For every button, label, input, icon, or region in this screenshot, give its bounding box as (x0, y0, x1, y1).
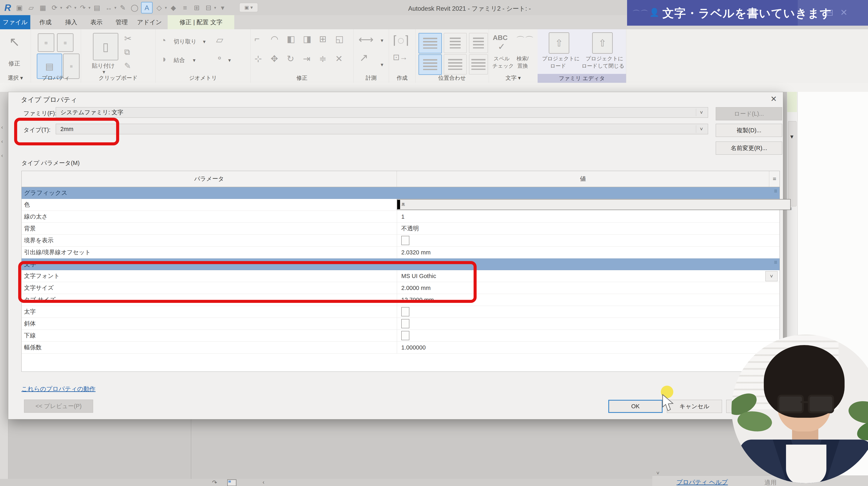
font-dropdown-button[interactable]: ˅ (766, 271, 777, 281)
group-label-text[interactable]: 文字 ▾ (489, 74, 537, 82)
preview-button[interactable]: << プレビュー(P) (24, 399, 93, 413)
group-label-align[interactable]: 位置合わせ (415, 74, 489, 82)
sync-icon[interactable]: ⟳ (49, 2, 60, 13)
table-row[interactable]: 引出線/境界線オフセット2.0320 mm (22, 247, 779, 258)
group-label-clipboard[interactable]: クリップボード (81, 74, 155, 82)
group-label-family-editor[interactable]: ファミリ エディタ (537, 74, 626, 83)
table-row[interactable]: 境界を表示 (22, 235, 779, 247)
apply-button[interactable]: 適用 (765, 479, 776, 486)
value-column-header[interactable]: 値 (397, 171, 769, 187)
demolish-icon[interactable]: ⚬ (216, 54, 223, 63)
modify-tool-icon-9[interactable]: ↻ (287, 54, 294, 64)
table-row[interactable]: 色黒 (22, 199, 779, 211)
cut-geometry-arrow[interactable]: ▾ (203, 39, 206, 45)
section-icon[interactable]: ◆ (168, 2, 179, 13)
group-label-select[interactable]: 選択 ▾ (0, 74, 31, 82)
geometry-extra-arrow[interactable]: ▾ (228, 57, 231, 63)
tile-windows-icon-dropdown[interactable]: ▾ (214, 5, 216, 10)
section-menu-icon[interactable]: ≣ (774, 188, 777, 194)
save-icon[interactable]: ▦ (37, 2, 48, 13)
find-replace-label-2[interactable]: 置換 (518, 62, 528, 69)
type-combo-chevron-icon[interactable]: ˅ (696, 125, 707, 133)
modify-tool-icon-4[interactable]: ◨ (303, 34, 311, 44)
modify-tool-icon-10[interactable]: ⇥ (303, 54, 310, 64)
match-properties-icon[interactable]: ✎ (124, 61, 131, 70)
modify-tool-icon-11[interactable]: ≑ (319, 54, 327, 64)
create-similar-icon[interactable]: ⊡→ (393, 53, 408, 62)
modify-tool-icon-3[interactable]: ◧ (287, 34, 295, 44)
spell-check-label-2[interactable]: チェック (492, 62, 514, 69)
param-checkbox[interactable] (401, 307, 409, 316)
tile-windows-icon[interactable]: ⊟ (203, 2, 214, 13)
align-top-right-button[interactable] (469, 33, 488, 53)
sync-icon-dropdown[interactable]: ▾ (60, 5, 62, 10)
load-into-project-label-2[interactable]: ロード (550, 62, 566, 69)
find-replace-label-1[interactable]: 検索/ (517, 55, 528, 62)
table-row[interactable]: 斜体 (22, 318, 779, 330)
table-row[interactable]: 背景不透明 (22, 223, 779, 235)
rename-button[interactable]: 名前変更(R)... (716, 141, 782, 155)
scrollbar-down-arrow[interactable]: ▼ (789, 134, 795, 140)
load-into-project-icon[interactable]: ⇧ (549, 32, 569, 54)
thin-lines-icon[interactable]: ≡ (180, 2, 190, 13)
switch-windows-icon[interactable]: ⊞ (191, 2, 202, 13)
section-menu-icon[interactable]: ≣ (774, 260, 777, 265)
param-checkbox[interactable] (401, 319, 409, 328)
dimension-arrow[interactable]: ▾ (381, 62, 383, 68)
align-bottom-center-button[interactable] (444, 54, 467, 74)
load-into-project-close-icon[interactable]: ⇧ (592, 32, 613, 54)
align-top-left-button[interactable] (418, 33, 442, 54)
color-value-editbox[interactable]: 黒 (397, 199, 790, 210)
group-label-create[interactable]: 作成 (389, 74, 415, 82)
spell-check-label-1[interactable]: スペル (494, 55, 510, 62)
tab-1[interactable]: 作成 (33, 15, 58, 29)
tab-2[interactable]: 挿入 (60, 15, 83, 29)
param-checkbox[interactable] (401, 236, 409, 245)
family-combobox[interactable]: システムファミリ: 文字 ˅ (56, 107, 708, 118)
family-category-icon[interactable]: ▥ (57, 33, 73, 52)
modify-tool-icon-2[interactable]: ◠ (271, 34, 278, 44)
measure-tool-icon[interactable]: ⟷ (359, 33, 374, 45)
tag-icon[interactable]: ◯ (129, 2, 140, 13)
parameter-column-header[interactable]: パラメータ (22, 171, 397, 187)
load-close-label-2[interactable]: ロードして閉じる (582, 62, 624, 69)
measure-icon-dropdown[interactable]: ▾ (114, 5, 116, 10)
group-label-measure[interactable]: 計測 (353, 74, 389, 82)
open-icon[interactable]: ▱ (26, 2, 36, 13)
section-header[interactable]: グラフィックス≣ (22, 187, 779, 199)
align-bottom-left-button[interactable] (418, 54, 442, 75)
ribbon-state-toggle-button[interactable]: ▣ ▾ (239, 3, 258, 12)
status-window-icon[interactable] (227, 479, 237, 486)
palette-collapse-icon-3[interactable]: ‹ (1, 153, 3, 159)
tab-5[interactable]: アドイン (134, 15, 164, 29)
table-row[interactable]: 太字 (22, 306, 779, 318)
status-undo-icon[interactable]: ↷ (212, 479, 217, 486)
spell-check-check-icon[interactable]: ✓ (498, 41, 505, 52)
modify-tool-icon-5[interactable]: ⊞ (319, 34, 327, 44)
group-label-geometry[interactable]: ジオメトリ (155, 74, 250, 82)
table-row[interactable]: 線の太さ1 (22, 211, 779, 223)
view-3d-icon-dropdown[interactable]: ▾ (165, 5, 167, 10)
undo-icon[interactable]: ↶ (63, 2, 74, 13)
join-geometry-arrow[interactable]: ▾ (193, 57, 195, 63)
paint-icon[interactable]: ▱ (216, 34, 223, 45)
cut-icon[interactable]: ✂ (124, 33, 132, 43)
dialog-close-icon[interactable]: ✕ (768, 93, 779, 105)
align-bottom-right-button[interactable] (469, 54, 488, 74)
modify-cursor-icon[interactable]: ↖ (9, 34, 20, 49)
paste-button-label[interactable]: 貼り付け (92, 62, 115, 70)
view-3d-icon[interactable]: ◇ (154, 2, 164, 13)
join-geometry-icon[interactable]: ◑ (160, 54, 166, 64)
tab-file[interactable]: ファイル (0, 15, 30, 29)
modify-button-label[interactable]: 修正 (8, 60, 20, 68)
copy-icon[interactable]: ⧉ (124, 47, 130, 57)
cut-geometry-label[interactable]: 切り取り (174, 38, 196, 45)
behavior-help-link[interactable]: これらのプロパティの動作 (22, 385, 95, 393)
family-types-icon[interactable]: ▤ (38, 33, 54, 52)
dimension-tool-icon[interactable]: ↗ (360, 52, 368, 64)
text-icon[interactable]: A (141, 2, 153, 13)
qat-customize-icon[interactable]: ▾ (217, 2, 228, 13)
palette-collapse-icon-2[interactable]: ‹ (1, 138, 3, 144)
group-label-properties[interactable]: プロパティ (31, 74, 81, 82)
tab-4[interactable]: 管理 (110, 15, 133, 29)
